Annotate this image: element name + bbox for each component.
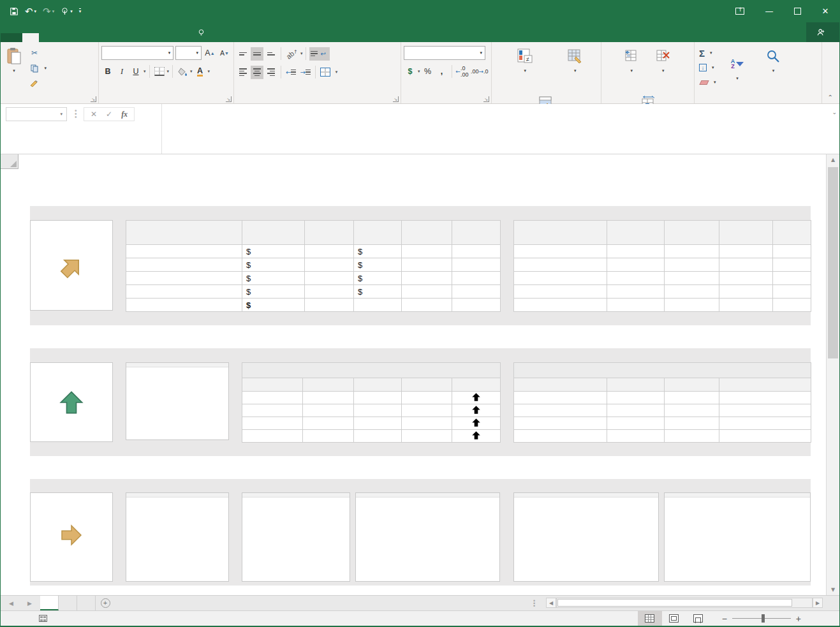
- tab-acrobat[interactable]: [172, 33, 188, 42]
- decrease-decimal-button[interactable]: .00→.0: [470, 65, 489, 78]
- tab-review[interactable]: [122, 33, 138, 42]
- save-button[interactable]: [10, 7, 18, 16]
- tell-me-box[interactable]: [197, 29, 209, 42]
- wrap-text-button[interactable]: ↩: [309, 47, 329, 61]
- vertical-scroll-thumb[interactable]: [828, 167, 838, 358]
- clipboard-dialog-launcher[interactable]: [91, 96, 96, 102]
- increase-decimal-button[interactable]: ←.0.00: [455, 65, 469, 78]
- primary-funding-table[interactable]: $ $ $ $ $ $ $ $: [126, 220, 501, 312]
- font-size-select[interactable]: ▾: [175, 46, 202, 60]
- sheet-nav-right-icon[interactable]: ▶: [27, 600, 32, 607]
- col-header[interactable]: [452, 221, 501, 245]
- col-header[interactable]: [514, 221, 607, 245]
- bold-button[interactable]: B: [101, 65, 114, 78]
- collapse-ribbon-button[interactable]: ⌃: [828, 94, 833, 101]
- qoq-trend-table[interactable]: [242, 362, 501, 443]
- department-table[interactable]: [513, 220, 811, 312]
- percent-button[interactable]: %: [422, 65, 434, 78]
- table-row[interactable]: $ $: [126, 285, 501, 299]
- italic-button[interactable]: I: [115, 65, 128, 78]
- page-layout-view-button[interactable]: [662, 611, 686, 626]
- merge-center-button[interactable]: [319, 66, 334, 79]
- col-header[interactable]: [665, 221, 719, 245]
- horizontal-scrollbar[interactable]: ◀ ▶: [546, 597, 823, 609]
- table-row[interactable]: [242, 417, 501, 430]
- tab-home[interactable]: [22, 33, 39, 42]
- font-family-select[interactable]: ▾: [101, 46, 173, 60]
- funding-banner[interactable]: [30, 183, 811, 206]
- autosum-button[interactable]: Σ▾: [697, 46, 718, 60]
- financial-banner[interactable]: [30, 456, 811, 479]
- comma-button[interactable]: ,: [436, 65, 448, 78]
- delete-cells-button[interactable]: ▾: [649, 45, 678, 92]
- tab-file[interactable]: [1, 33, 22, 42]
- find-select-button[interactable]: ▾: [756, 45, 790, 92]
- ribbon-display-options-button[interactable]: [727, 0, 755, 22]
- project-management-box[interactable]: [30, 492, 113, 582]
- customize-qat-button[interactable]: ▾: [79, 8, 82, 14]
- expand-formula-bar-icon[interactable]: ⌄: [832, 109, 837, 115]
- table-row[interactable]: [514, 272, 811, 285]
- tab-draw[interactable]: [55, 33, 72, 42]
- table-row[interactable]: [514, 285, 811, 299]
- col-header[interactable]: [719, 378, 811, 392]
- col-header[interactable]: [452, 378, 501, 392]
- page-break-view-button[interactable]: [686, 611, 711, 626]
- table-row[interactable]: [242, 392, 501, 404]
- col-header[interactable]: [354, 221, 402, 245]
- alignment-dialog-launcher[interactable]: [393, 96, 399, 102]
- align-bottom-button[interactable]: [265, 47, 277, 61]
- col-header[interactable]: [607, 378, 665, 392]
- col-header[interactable]: [773, 221, 811, 245]
- scroll-down-icon[interactable]: ▼: [827, 584, 839, 595]
- table-row[interactable]: [514, 417, 811, 430]
- scroll-up-icon[interactable]: ▲: [827, 154, 839, 165]
- paste-button[interactable]: ▾: [3, 45, 25, 92]
- select-all-corner[interactable]: [1, 154, 18, 169]
- font-color-button[interactable]: A: [194, 65, 207, 78]
- insert-cells-button[interactable]: ▾: [617, 45, 645, 92]
- cancel-icon[interactable]: ✕: [91, 110, 97, 119]
- table-row[interactable]: [514, 392, 811, 404]
- tab-formulas[interactable]: [89, 33, 105, 42]
- table-row[interactable]: [514, 258, 811, 272]
- col-header[interactable]: [354, 378, 402, 392]
- align-right-button[interactable]: [265, 66, 277, 79]
- table-row[interactable]: $ $: [126, 245, 501, 258]
- col-header[interactable]: [242, 378, 303, 392]
- vertical-scrollbar[interactable]: ▲ ▼: [826, 154, 839, 595]
- col-header[interactable]: [719, 221, 773, 245]
- new-sheet-button[interactable]: +: [96, 596, 115, 610]
- format-as-table-button[interactable]: ▾: [556, 45, 595, 92]
- table-row[interactable]: [514, 430, 811, 443]
- col-header[interactable]: [126, 221, 242, 245]
- zoom-out-button[interactable]: −: [722, 614, 727, 624]
- table-title[interactable]: [514, 363, 811, 378]
- normal-view-button[interactable]: [638, 611, 662, 626]
- fill-button[interactable]: ↓▾: [697, 61, 718, 75]
- tab-splitter-handle[interactable]: •••: [533, 600, 535, 607]
- maximize-button[interactable]: [783, 0, 811, 22]
- sheet-tab-data[interactable]: [59, 596, 77, 610]
- col-header[interactable]: [303, 378, 354, 392]
- align-left-button[interactable]: [237, 66, 249, 79]
- table-title[interactable]: [242, 363, 501, 378]
- borders-button[interactable]: [153, 65, 166, 78]
- copy-button[interactable]: ▾: [27, 61, 48, 75]
- tab-developer[interactable]: [155, 33, 172, 42]
- accounting-format-button[interactable]: $: [404, 65, 416, 78]
- insert-function-icon[interactable]: fx: [121, 110, 128, 119]
- minimize-button[interactable]: —: [755, 0, 783, 22]
- applications-card[interactable]: [242, 492, 350, 582]
- col-header[interactable]: [402, 221, 452, 245]
- underline-button[interactable]: U: [129, 65, 142, 78]
- zoom-slider[interactable]: [732, 618, 791, 619]
- scroll-left-icon[interactable]: ◀: [546, 598, 556, 608]
- macro-record-icon[interactable]: [39, 615, 47, 622]
- col-header[interactable]: [514, 378, 607, 392]
- tab-view[interactable]: [138, 33, 155, 42]
- sheet-tab-project-status[interactable]: [77, 596, 96, 610]
- enter-icon[interactable]: ✓: [106, 110, 112, 119]
- increase-font-icon[interactable]: A▲: [203, 47, 216, 60]
- total-budget-card[interactable]: [126, 492, 229, 582]
